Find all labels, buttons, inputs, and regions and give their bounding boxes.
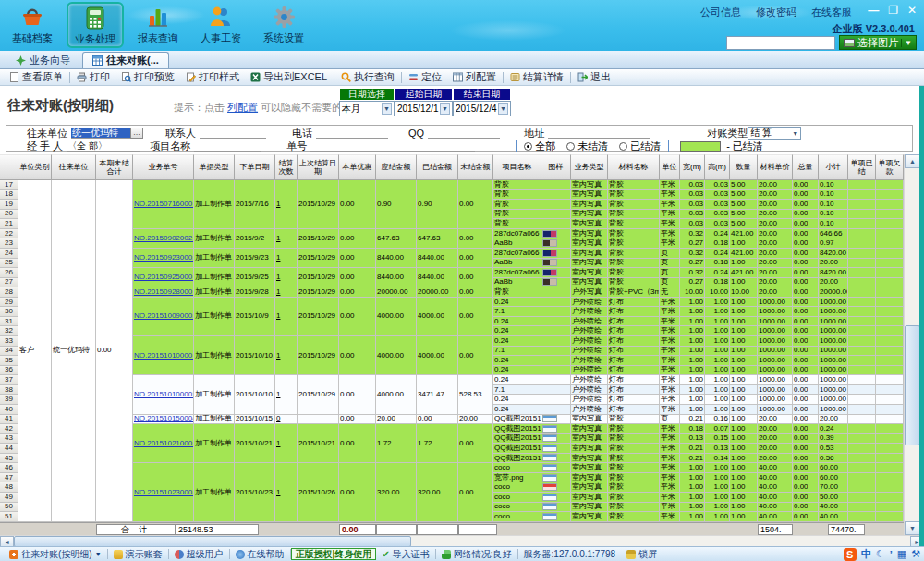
thumbnail-image[interactable] xyxy=(542,250,557,257)
sogou-logo-icon[interactable]: S xyxy=(844,548,857,561)
counterparty-input[interactable] xyxy=(71,128,130,139)
table-row[interactable]: 22NO.201509020021加工制作单2015/9/212015/10/2… xyxy=(0,229,904,239)
grid-column-header[interactable]: 总量 xyxy=(793,154,819,180)
row-number[interactable]: 27 xyxy=(0,278,18,288)
vertical-scroll-thumb[interactable] xyxy=(905,325,920,445)
vertical-scrollbar[interactable]: ▲ ▼ xyxy=(904,154,919,535)
settle-count-link[interactable]: 1 xyxy=(276,234,280,242)
grid-column-header[interactable]: 往来单位 xyxy=(52,154,96,180)
row-number[interactable]: 21 xyxy=(0,219,18,229)
nav-item-base-archive[interactable]: 基础档案 xyxy=(4,2,61,48)
thumbnail-image[interactable] xyxy=(542,494,557,501)
grid-column-header[interactable]: 材料单价 xyxy=(758,154,793,180)
order-no-input[interactable] xyxy=(310,140,475,152)
row-number[interactable]: 50 xyxy=(0,503,18,513)
tab-business-wizard[interactable]: 业务向导 xyxy=(6,52,80,68)
print-button[interactable]: 打印 xyxy=(71,70,116,85)
row-number[interactable]: 22 xyxy=(0,229,18,239)
image-path-input[interactable] xyxy=(726,36,835,50)
row-number[interactable]: 47 xyxy=(0,473,18,483)
row-number[interactable]: 28 xyxy=(0,287,18,298)
radio-settled[interactable]: 已结清 xyxy=(619,140,661,153)
status-import-cert[interactable]: ✔导入证书 xyxy=(376,548,434,561)
table-row[interactable]: 29NO.201510090002加工制作单2015/10/912015/10/… xyxy=(0,298,904,308)
settle-count-link[interactable]: 1 xyxy=(276,200,280,208)
thumbnail-image[interactable] xyxy=(542,239,557,247)
date-mode-select[interactable]: 本月▼ xyxy=(339,101,395,116)
keyboard-icon[interactable]: ▦ xyxy=(897,548,906,560)
nav-item-hr-payroll[interactable]: 人事工资 xyxy=(192,2,249,48)
row-number[interactable]: 38 xyxy=(0,385,18,396)
grid-column-header[interactable]: 应结金额 xyxy=(376,154,417,180)
settle-count-link[interactable]: 1 xyxy=(276,390,280,398)
settle-count-link[interactable]: 1 xyxy=(276,439,280,447)
thumbnail-image[interactable] xyxy=(542,269,557,276)
grid-column-header[interactable]: 本单优惠 xyxy=(339,154,376,180)
grid-column-header[interactable] xyxy=(0,154,18,180)
row-number[interactable]: 18 xyxy=(0,190,18,201)
settle-count-link[interactable]: 1 xyxy=(276,488,280,496)
grid-column-header[interactable]: 未结金额 xyxy=(458,154,493,180)
table-row[interactable]: 24NO.201509230002加工制作单2015/9/2312015/10/… xyxy=(0,249,904,259)
export-excel-button[interactable]: 导出到EXCEL xyxy=(245,70,333,85)
thumbnail-image[interactable] xyxy=(542,513,557,520)
settle-count-link[interactable]: 0 xyxy=(276,415,280,423)
company-info-link[interactable]: 公司信息 xyxy=(700,6,741,19)
view-source-button[interactable]: 查看原单 xyxy=(4,70,68,85)
contact-input[interactable] xyxy=(200,128,266,139)
thumbnail-image[interactable] xyxy=(542,278,557,286)
online-support-link[interactable]: 在线客服 xyxy=(811,6,852,19)
print-preview-button[interactable]: 打印预览 xyxy=(116,70,180,85)
radio-unsettled[interactable]: 未结清 xyxy=(566,140,608,153)
thumbnail-image[interactable] xyxy=(542,425,557,433)
settlement-detail-button[interactable]: 结算详情 xyxy=(505,70,569,85)
grid-column-header[interactable]: 业务类型 xyxy=(571,154,608,180)
handler-input[interactable] xyxy=(67,140,140,152)
order-no-link[interactable]: NO.201510150004 xyxy=(134,415,194,423)
row-number[interactable]: 36 xyxy=(0,366,18,376)
address-input[interactable] xyxy=(548,128,650,139)
exit-button[interactable]: 退出 xyxy=(572,70,616,85)
row-number[interactable]: 34 xyxy=(0,347,18,357)
thumbnail-image[interactable] xyxy=(542,464,557,471)
grid-column-header[interactable]: 本期未结合计 xyxy=(96,154,133,180)
run-query-button[interactable]: 执行查询 xyxy=(335,70,400,85)
row-number[interactable]: 39 xyxy=(0,395,18,405)
phone-input[interactable] xyxy=(316,128,388,139)
scroll-down-icon[interactable]: ▼ xyxy=(905,521,920,535)
row-number[interactable]: 23 xyxy=(0,238,18,249)
row-number[interactable]: 41 xyxy=(0,415,18,425)
row-number[interactable]: 29 xyxy=(0,298,18,308)
settle-count-link[interactable]: 1 xyxy=(276,351,280,360)
table-row[interactable]: 17客户统一优玛特0.00NO.201507160001加工制作单2015/7/… xyxy=(0,180,904,190)
grid-column-header[interactable]: 下单日期 xyxy=(235,154,275,180)
row-number[interactable]: 43 xyxy=(0,434,18,445)
order-no-link[interactable]: NO.201509250001 xyxy=(134,273,194,281)
thumbnail-image[interactable] xyxy=(542,474,557,482)
table-row[interactable]: 28NO.201509280001加工制作单2015/9/2812015/10/… xyxy=(0,287,904,298)
row-number[interactable]: 24 xyxy=(0,249,18,259)
grid-column-header[interactable]: 单项欠款 xyxy=(876,154,904,180)
grid-column-header[interactable]: 上次结算日期 xyxy=(298,154,339,180)
order-no-link[interactable]: NO.201510210001 xyxy=(134,439,194,447)
project-name-input[interactable] xyxy=(194,140,261,152)
horizontal-scrollbar[interactable]: ◄ ► xyxy=(0,535,924,546)
status-super-user[interactable]: 超级用户 xyxy=(169,548,229,561)
row-number[interactable]: 25 xyxy=(0,259,18,269)
order-no-link[interactable]: NO.201510090002 xyxy=(134,311,194,320)
row-number[interactable]: 49 xyxy=(0,493,18,503)
tools-icon[interactable]: ⚒ xyxy=(911,548,920,560)
grid-column-header[interactable]: 业务单号 xyxy=(133,154,194,180)
grid-column-header[interactable]: 数量 xyxy=(730,154,758,180)
table-row[interactable]: 37NO.201510100002加工制作单2015/10/1012015/10… xyxy=(0,375,904,385)
reconcile-type-select[interactable]: 结 算▼ xyxy=(748,127,801,140)
row-number[interactable]: 37 xyxy=(0,375,18,385)
grid-column-header[interactable]: 项目名称 xyxy=(493,154,541,180)
tab-reconciliation[interactable]: 往来对账(... xyxy=(82,52,169,68)
row-number[interactable]: 33 xyxy=(0,336,18,347)
thumbnail-image[interactable] xyxy=(542,259,557,266)
pick-image-button[interactable]: 选择图片 ▼ xyxy=(839,35,917,50)
grid-column-header[interactable]: 单据类型 xyxy=(194,154,235,180)
row-number[interactable]: 31 xyxy=(0,317,18,327)
moon-icon[interactable]: ☾ xyxy=(876,548,885,560)
